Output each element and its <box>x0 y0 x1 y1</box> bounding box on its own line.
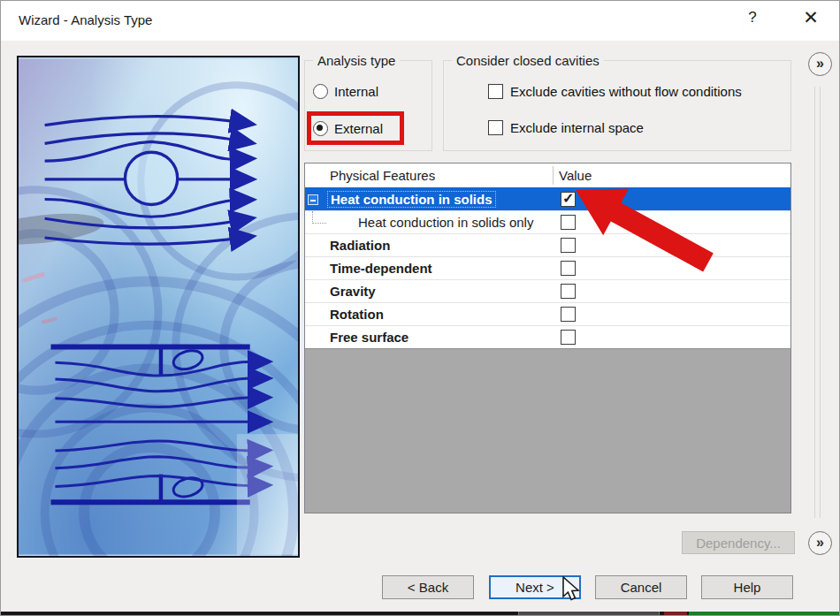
flow-preview-image <box>17 56 300 558</box>
row-label: Gravity <box>330 284 376 299</box>
tree-connector-icon <box>312 211 326 224</box>
physical-features-table: Physical Features Value Heat conduction … <box>304 163 791 513</box>
flow-diagram-graphic <box>19 57 298 556</box>
radio-internal[interactable]: Internal <box>313 82 378 100</box>
expand-panel-top-button[interactable]: » <box>808 52 832 76</box>
radio-internal-label: Internal <box>334 84 378 99</box>
background-strip-gray <box>518 612 660 616</box>
exclude-internal-space-label: Exclude internal space <box>510 120 644 135</box>
column-value: Value <box>559 168 592 183</box>
row-checkbox[interactable] <box>561 192 576 207</box>
table-row-free-surface[interactable]: Free surface <box>305 325 790 348</box>
table-header: Physical Features Value <box>305 164 790 187</box>
back-button[interactable]: < Back <box>382 575 474 599</box>
radio-external[interactable]: External <box>313 119 383 137</box>
analysis-type-legend: Analysis type <box>313 53 400 68</box>
next-button[interactable]: Next > <box>489 575 581 599</box>
table-row-heat-conduction[interactable]: Heat conduction in solids <box>305 187 790 210</box>
radio-internal-circle[interactable] <box>313 84 328 99</box>
closed-cavities-legend: Consider closed cavities <box>452 53 604 68</box>
row-label: Radiation <box>330 238 390 253</box>
row-checkbox[interactable] <box>561 261 576 276</box>
wizard-dialog: Wizard - Analysis Type ? ✕ <box>0 0 840 616</box>
checkbox-exclude-internal-space[interactable]: Exclude internal space <box>488 118 644 136</box>
panel-divider-track <box>814 87 821 518</box>
expand-panel-bottom-button[interactable]: » <box>808 531 832 555</box>
exclude-cavities-checkbox[interactable] <box>488 84 503 99</box>
table-row-radiation[interactable]: Radiation <box>305 233 790 256</box>
table-row-time-dependent[interactable]: Time-dependent <box>305 256 790 279</box>
help-button[interactable]: Help <box>701 575 793 599</box>
table-row-gravity[interactable]: Gravity <box>305 279 790 302</box>
row-checkbox[interactable] <box>561 284 576 299</box>
radio-external-label: External <box>334 121 383 136</box>
closed-cavities-group: Consider closed cavities Exclude cavitie… <box>443 60 791 151</box>
table-row-rotation[interactable]: Rotation <box>305 302 790 325</box>
radio-external-circle[interactable] <box>313 121 328 136</box>
dialog-title: Wizard - Analysis Type <box>19 12 152 27</box>
table-empty-area <box>305 348 790 513</box>
collapse-minus-icon[interactable] <box>308 194 318 205</box>
checkbox-exclude-cavities[interactable]: Exclude cavities without flow conditions <box>488 82 742 100</box>
column-divider <box>553 166 554 185</box>
row-checkbox[interactable] <box>561 238 576 253</box>
row-checkbox[interactable] <box>561 330 576 345</box>
column-physical-features: Physical Features <box>330 168 435 183</box>
row-label: Heat conduction in solids only <box>358 215 533 230</box>
exclude-internal-space-checkbox[interactable] <box>488 120 503 135</box>
background-strip-green <box>689 612 840 616</box>
row-label: Time-dependent <box>330 261 432 276</box>
cancel-button[interactable]: Cancel <box>595 575 687 599</box>
background-app-strip <box>1 612 840 616</box>
row-label: Heat conduction in solids <box>327 191 496 208</box>
analysis-type-group: Analysis type Internal External <box>304 60 432 151</box>
background-strip-red <box>664 612 687 616</box>
row-label: Rotation <box>330 307 384 322</box>
title-bar: Wizard - Analysis Type ? ✕ <box>1 1 839 41</box>
row-checkbox[interactable] <box>561 307 576 322</box>
row-checkbox[interactable] <box>561 215 576 230</box>
row-label: Free surface <box>330 330 409 345</box>
close-icon[interactable]: ✕ <box>798 7 823 34</box>
exclude-cavities-label: Exclude cavities without flow conditions <box>510 84 742 99</box>
help-icon[interactable]: ? <box>742 9 763 32</box>
table-row-heat-conduction-only[interactable]: Heat conduction in solids only <box>305 210 790 233</box>
dependency-button[interactable]: Dependency... <box>682 531 795 554</box>
